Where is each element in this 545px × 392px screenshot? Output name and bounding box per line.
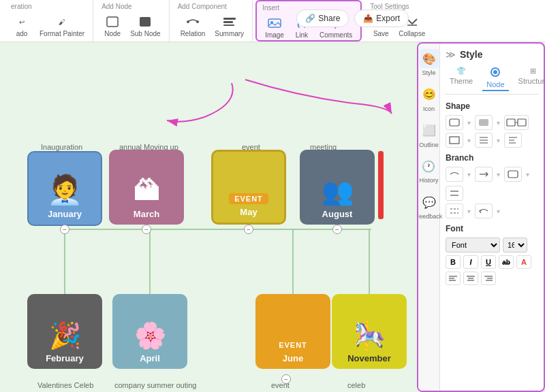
- node-button[interactable]: Node: [102, 13, 123, 39]
- sidebar-icon-icon[interactable]: 😊: [420, 85, 439, 104]
- branch-btn-2[interactable]: [475, 167, 493, 182]
- node-november[interactable]: 🎠 November: [332, 294, 407, 369]
- sep9: ▾: [497, 208, 500, 215]
- shape-row-1: ▾ ▾: [446, 115, 538, 130]
- align-left-button[interactable]: [446, 272, 461, 285]
- font-align-row: [446, 272, 538, 285]
- tab-structure[interactable]: ⊞ Structure: [514, 65, 544, 91]
- strikethrough-button[interactable]: ab: [499, 255, 514, 269]
- sidebar-icon-group-feedback: 💬 Feedback: [417, 193, 442, 220]
- export-button[interactable]: 📤 Export: [354, 10, 409, 27]
- relation-button[interactable]: Relation: [178, 13, 208, 39]
- node-june[interactable]: EVENT June: [255, 294, 330, 369]
- node-february[interactable]: 🎉 February: [27, 294, 102, 369]
- tab-theme[interactable]: 👕 Theme: [446, 65, 477, 91]
- font-family-select[interactable]: Font Arial Times New Roman: [446, 238, 500, 252]
- format-painter-label: Format Painter: [40, 30, 84, 37]
- svg-rect-31: [518, 119, 526, 126]
- font-color-button[interactable]: A: [516, 255, 531, 269]
- node-april[interactable]: 🌸 April: [112, 294, 187, 369]
- sidebar-style-icon[interactable]: 🎨: [420, 49, 439, 68]
- branch-btn-1[interactable]: [446, 167, 463, 182]
- svg-rect-1: [140, 17, 151, 27]
- shape-btn-1[interactable]: [446, 115, 463, 130]
- sidebar-outline-label: Outline: [419, 142, 439, 149]
- underline-button[interactable]: U: [481, 255, 496, 269]
- tab-node[interactable]: Node: [482, 65, 508, 91]
- top-right-actions: 🔗 Share 📤 Export: [296, 10, 409, 27]
- branch-btn-6[interactable]: [475, 203, 493, 218]
- collapse-circle-january[interactable]: −: [60, 225, 69, 234]
- share-button[interactable]: 🔗 Share: [296, 10, 349, 27]
- undo-icon: ↩: [14, 14, 30, 29]
- image-button[interactable]: Image: [262, 14, 287, 40]
- image-icon: [266, 16, 283, 31]
- collapse-circle-may[interactable]: −: [244, 225, 253, 234]
- font-size-select[interactable]: 16 12 14 18 20: [503, 238, 527, 252]
- outline-btn-1[interactable]: [446, 133, 463, 148]
- annotation-summer: company summer outing: [114, 381, 196, 389]
- insert-label: Insert: [262, 4, 279, 12]
- branch-btn-3[interactable]: [504, 167, 522, 182]
- collapse-circle-march[interactable]: −: [142, 225, 151, 234]
- relation-icon: [185, 14, 201, 29]
- link-label: Link: [296, 31, 308, 39]
- summary-button[interactable]: Summary: [212, 13, 247, 39]
- sub-node-icon: [137, 14, 153, 29]
- bold-button[interactable]: B: [446, 255, 461, 269]
- undo-button[interactable]: ↩ ado: [11, 13, 33, 39]
- sub-node-label: Sub Node: [130, 30, 160, 37]
- sidebar-icon-group-outline: ⬜ Outline: [419, 121, 439, 149]
- annotation-valentines: Valentines Celeb: [37, 381, 93, 389]
- sep8: ▾: [467, 208, 471, 215]
- january-icon: 🧑‍💼: [47, 173, 82, 206]
- branch-btn-5[interactable]: [446, 203, 463, 218]
- svg-point-26: [493, 70, 497, 74]
- collapse-circle-june[interactable]: −: [281, 374, 291, 384]
- node-january[interactable]: 🧑‍💼 January: [27, 151, 102, 226]
- branch-btn-4[interactable]: [446, 186, 463, 201]
- format-painter-button[interactable]: 🖌 Format Painter: [37, 13, 87, 39]
- node-tab-label: Node: [486, 80, 504, 88]
- toolbar-group-add-component: Add Component Relation Summary: [172, 0, 253, 42]
- panel-main-content: ≫ Style 👕 Theme Node ⊞ Structure Shape: [440, 44, 544, 391]
- sidebar-icon-group-history: 🕐 History: [419, 157, 438, 184]
- sidebar-history-icon[interactable]: 🕐: [419, 157, 438, 176]
- generation-label: eration: [11, 3, 32, 10]
- sidebar-outline-icon[interactable]: ⬜: [420, 121, 439, 140]
- shape-btn-2[interactable]: [475, 115, 493, 130]
- august-icon: 👥: [322, 176, 354, 206]
- sep2: ▾: [497, 119, 500, 127]
- shape-btn-3[interactable]: [504, 115, 529, 130]
- sep4: ▾: [497, 137, 500, 144]
- april-label: April: [140, 353, 160, 363]
- node-august[interactable]: 👥 August: [300, 150, 375, 225]
- collapse-circle-august[interactable]: −: [332, 225, 342, 234]
- export-icon: 📤: [363, 14, 373, 23]
- align-right-button[interactable]: [481, 272, 496, 285]
- node-may[interactable]: EVENT May: [211, 150, 286, 225]
- april-icon: 🌸: [134, 321, 166, 350]
- sub-node-button[interactable]: Sub Node: [127, 13, 163, 39]
- august-label: August: [322, 209, 353, 219]
- summary-label: Summary: [215, 30, 244, 37]
- node-march[interactable]: 🏔 March: [109, 150, 184, 225]
- summary-icon: [221, 14, 238, 29]
- branch-row-2: ▾ ▾: [446, 203, 538, 218]
- export-label: Export: [376, 14, 400, 23]
- svg-rect-32: [450, 137, 459, 144]
- outline-btn-2[interactable]: [475, 133, 493, 148]
- sidebar-style-label: Style: [422, 69, 435, 77]
- font-section-label: Font: [446, 224, 538, 233]
- red-bar: [378, 151, 384, 219]
- format-painter-icon: 🖌: [54, 14, 70, 29]
- sidebar-feedback-icon[interactable]: 💬: [420, 193, 439, 212]
- align-center-button[interactable]: [463, 272, 478, 285]
- panel-collapse-button[interactable]: ≫: [446, 49, 456, 60]
- outline-btn-3[interactable]: [504, 133, 522, 148]
- sep5: ▾: [467, 171, 471, 178]
- march-label: March: [134, 209, 159, 219]
- italic-button[interactable]: I: [463, 255, 478, 269]
- toolbar-group-add-node: Add Node Node Sub Node: [96, 0, 169, 42]
- sep3: ▾: [467, 137, 471, 144]
